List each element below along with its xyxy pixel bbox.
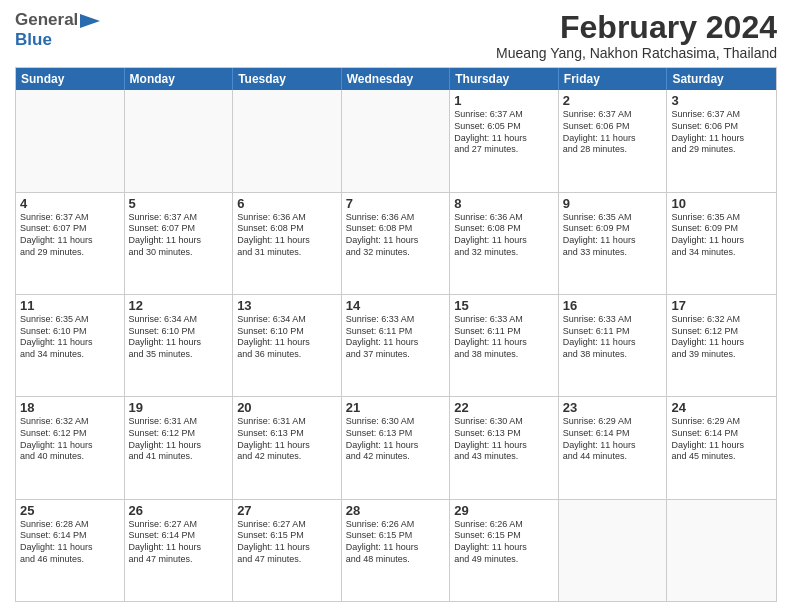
cal-cell-2-3: 14Sunrise: 6:33 AM Sunset: 6:11 PM Dayli…: [342, 295, 451, 396]
cell-info: Sunrise: 6:32 AM Sunset: 6:12 PM Dayligh…: [20, 416, 120, 463]
cal-header-thursday: Thursday: [450, 68, 559, 90]
cal-cell-1-4: 8Sunrise: 6:36 AM Sunset: 6:08 PM Daylig…: [450, 193, 559, 294]
day-number: 27: [237, 503, 337, 518]
cal-week-1: 4Sunrise: 6:37 AM Sunset: 6:07 PM Daylig…: [16, 192, 776, 294]
logo-container: General Blue: [15, 10, 100, 50]
cal-header-sunday: Sunday: [16, 68, 125, 90]
cell-info: Sunrise: 6:37 AM Sunset: 6:05 PM Dayligh…: [454, 109, 554, 156]
cal-cell-2-6: 17Sunrise: 6:32 AM Sunset: 6:12 PM Dayli…: [667, 295, 776, 396]
calendar-header: SundayMondayTuesdayWednesdayThursdayFrid…: [16, 68, 776, 90]
calendar: SundayMondayTuesdayWednesdayThursdayFrid…: [15, 67, 777, 602]
cal-cell-0-6: 3Sunrise: 6:37 AM Sunset: 6:06 PM Daylig…: [667, 90, 776, 191]
cell-info: Sunrise: 6:27 AM Sunset: 6:14 PM Dayligh…: [129, 519, 229, 566]
cal-cell-3-4: 22Sunrise: 6:30 AM Sunset: 6:13 PM Dayli…: [450, 397, 559, 498]
cal-week-3: 18Sunrise: 6:32 AM Sunset: 6:12 PM Dayli…: [16, 396, 776, 498]
day-number: 22: [454, 400, 554, 415]
cal-cell-1-2: 6Sunrise: 6:36 AM Sunset: 6:08 PM Daylig…: [233, 193, 342, 294]
cell-info: Sunrise: 6:36 AM Sunset: 6:08 PM Dayligh…: [454, 212, 554, 259]
day-number: 9: [563, 196, 663, 211]
cal-cell-1-1: 5Sunrise: 6:37 AM Sunset: 6:07 PM Daylig…: [125, 193, 234, 294]
day-number: 2: [563, 93, 663, 108]
cal-week-2: 11Sunrise: 6:35 AM Sunset: 6:10 PM Dayli…: [16, 294, 776, 396]
cal-cell-4-3: 28Sunrise: 6:26 AM Sunset: 6:15 PM Dayli…: [342, 500, 451, 601]
cell-info: Sunrise: 6:37 AM Sunset: 6:06 PM Dayligh…: [563, 109, 663, 156]
day-number: 16: [563, 298, 663, 313]
cal-cell-3-2: 20Sunrise: 6:31 AM Sunset: 6:13 PM Dayli…: [233, 397, 342, 498]
day-number: 21: [346, 400, 446, 415]
cell-info: Sunrise: 6:33 AM Sunset: 6:11 PM Dayligh…: [454, 314, 554, 361]
cal-cell-3-6: 24Sunrise: 6:29 AM Sunset: 6:14 PM Dayli…: [667, 397, 776, 498]
cell-info: Sunrise: 6:29 AM Sunset: 6:14 PM Dayligh…: [671, 416, 772, 463]
header: General Blue February 2024 Mueang Yang, …: [15, 10, 777, 61]
cal-header-saturday: Saturday: [667, 68, 776, 90]
cell-info: Sunrise: 6:33 AM Sunset: 6:11 PM Dayligh…: [346, 314, 446, 361]
cal-cell-1-6: 10Sunrise: 6:35 AM Sunset: 6:09 PM Dayli…: [667, 193, 776, 294]
page: General Blue February 2024 Mueang Yang, …: [0, 0, 792, 612]
day-number: 5: [129, 196, 229, 211]
cell-info: Sunrise: 6:36 AM Sunset: 6:08 PM Dayligh…: [346, 212, 446, 259]
cell-info: Sunrise: 6:26 AM Sunset: 6:15 PM Dayligh…: [454, 519, 554, 566]
day-number: 26: [129, 503, 229, 518]
day-number: 17: [671, 298, 772, 313]
cell-info: Sunrise: 6:31 AM Sunset: 6:12 PM Dayligh…: [129, 416, 229, 463]
main-title: February 2024: [496, 10, 777, 45]
cal-cell-3-5: 23Sunrise: 6:29 AM Sunset: 6:14 PM Dayli…: [559, 397, 668, 498]
cal-cell-0-2: [233, 90, 342, 191]
cell-info: Sunrise: 6:31 AM Sunset: 6:13 PM Dayligh…: [237, 416, 337, 463]
day-number: 29: [454, 503, 554, 518]
day-number: 11: [20, 298, 120, 313]
cal-cell-0-0: [16, 90, 125, 191]
day-number: 15: [454, 298, 554, 313]
cal-cell-0-3: [342, 90, 451, 191]
day-number: 13: [237, 298, 337, 313]
cal-cell-0-4: 1Sunrise: 6:37 AM Sunset: 6:05 PM Daylig…: [450, 90, 559, 191]
cell-info: Sunrise: 6:35 AM Sunset: 6:09 PM Dayligh…: [671, 212, 772, 259]
cell-info: Sunrise: 6:33 AM Sunset: 6:11 PM Dayligh…: [563, 314, 663, 361]
cal-cell-4-0: 25Sunrise: 6:28 AM Sunset: 6:14 PM Dayli…: [16, 500, 125, 601]
day-number: 6: [237, 196, 337, 211]
cell-info: Sunrise: 6:26 AM Sunset: 6:15 PM Dayligh…: [346, 519, 446, 566]
cal-week-0: 1Sunrise: 6:37 AM Sunset: 6:05 PM Daylig…: [16, 90, 776, 191]
cell-info: Sunrise: 6:28 AM Sunset: 6:14 PM Dayligh…: [20, 519, 120, 566]
calendar-body: 1Sunrise: 6:37 AM Sunset: 6:05 PM Daylig…: [16, 90, 776, 601]
cell-info: Sunrise: 6:29 AM Sunset: 6:14 PM Dayligh…: [563, 416, 663, 463]
cal-cell-4-6: [667, 500, 776, 601]
day-number: 28: [346, 503, 446, 518]
day-number: 10: [671, 196, 772, 211]
cal-cell-2-2: 13Sunrise: 6:34 AM Sunset: 6:10 PM Dayli…: [233, 295, 342, 396]
logo-blue: Blue: [15, 30, 52, 49]
cell-info: Sunrise: 6:30 AM Sunset: 6:13 PM Dayligh…: [454, 416, 554, 463]
cal-cell-1-0: 4Sunrise: 6:37 AM Sunset: 6:07 PM Daylig…: [16, 193, 125, 294]
day-number: 25: [20, 503, 120, 518]
day-number: 7: [346, 196, 446, 211]
cal-week-4: 25Sunrise: 6:28 AM Sunset: 6:14 PM Dayli…: [16, 499, 776, 601]
cell-info: Sunrise: 6:36 AM Sunset: 6:08 PM Dayligh…: [237, 212, 337, 259]
logo-flag-icon: [80, 14, 100, 28]
cal-cell-2-1: 12Sunrise: 6:34 AM Sunset: 6:10 PM Dayli…: [125, 295, 234, 396]
cell-info: Sunrise: 6:37 AM Sunset: 6:07 PM Dayligh…: [129, 212, 229, 259]
cal-cell-4-4: 29Sunrise: 6:26 AM Sunset: 6:15 PM Dayli…: [450, 500, 559, 601]
day-number: 1: [454, 93, 554, 108]
logo-general: General: [15, 10, 78, 30]
day-number: 8: [454, 196, 554, 211]
cal-cell-3-3: 21Sunrise: 6:30 AM Sunset: 6:13 PM Dayli…: [342, 397, 451, 498]
cal-header-friday: Friday: [559, 68, 668, 90]
cell-info: Sunrise: 6:37 AM Sunset: 6:06 PM Dayligh…: [671, 109, 772, 156]
title-section: February 2024 Mueang Yang, Nakhon Ratcha…: [496, 10, 777, 61]
cal-cell-1-5: 9Sunrise: 6:35 AM Sunset: 6:09 PM Daylig…: [559, 193, 668, 294]
cal-cell-3-1: 19Sunrise: 6:31 AM Sunset: 6:12 PM Dayli…: [125, 397, 234, 498]
subtitle: Mueang Yang, Nakhon Ratchasima, Thailand: [496, 45, 777, 61]
cell-info: Sunrise: 6:34 AM Sunset: 6:10 PM Dayligh…: [237, 314, 337, 361]
day-number: 12: [129, 298, 229, 313]
day-number: 18: [20, 400, 120, 415]
logo: General Blue: [15, 10, 100, 50]
day-number: 14: [346, 298, 446, 313]
cal-cell-0-1: [125, 90, 234, 191]
cal-cell-1-3: 7Sunrise: 6:36 AM Sunset: 6:08 PM Daylig…: [342, 193, 451, 294]
cell-info: Sunrise: 6:34 AM Sunset: 6:10 PM Dayligh…: [129, 314, 229, 361]
cal-cell-3-0: 18Sunrise: 6:32 AM Sunset: 6:12 PM Dayli…: [16, 397, 125, 498]
cal-cell-4-5: [559, 500, 668, 601]
cal-cell-4-1: 26Sunrise: 6:27 AM Sunset: 6:14 PM Dayli…: [125, 500, 234, 601]
day-number: 23: [563, 400, 663, 415]
cal-cell-2-0: 11Sunrise: 6:35 AM Sunset: 6:10 PM Dayli…: [16, 295, 125, 396]
